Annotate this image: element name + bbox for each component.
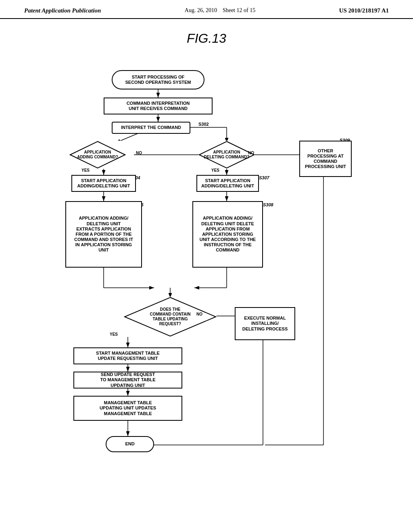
s308-label: S308 — [263, 202, 273, 208]
s311-node: EXECUTE NORMAL INSTALLING/ DELETING PROC… — [235, 307, 295, 340]
s310-node: DOES THE COMMAND CONTAIN TABLE UPDATING … — [124, 297, 217, 337]
main-content: FIG.13 — [0, 19, 413, 513]
s303-yes-label: YES — [81, 168, 90, 173]
start-node: START PROCESSING OF SECOND OPERATING SYS… — [112, 70, 204, 89]
fig-title: FIG.13 — [24, 31, 389, 46]
s310-no-label: NO — [196, 312, 202, 317]
s314-node: MANAGEMENT TABLE UPDATING UNIT UPDATES M… — [73, 396, 182, 421]
s306-yes-label: YES — [211, 168, 219, 173]
end-node: END — [106, 436, 154, 452]
s301-node: COMMAND INTERPRETATION UNIT RECEIVES COM… — [104, 98, 213, 114]
page-header: Patent Application Publication Aug. 26, … — [0, 0, 413, 19]
s307-label: S307 — [259, 175, 269, 181]
header-left: Patent Application Publication — [24, 7, 101, 14]
flowchart: START PROCESSING OF SECOND OPERATING SYS… — [41, 58, 372, 501]
s309-node: OTHER PROCESSING AT COMMAND PROCESSING U… — [299, 141, 352, 177]
s302-node: INTERPRET THE COMMAND — [112, 122, 190, 134]
s308-node: APPLICATION ADDING/ DELETING UNIT DELETE… — [192, 201, 263, 268]
header-center: Aug. 26, 2010 Sheet 12 of 15 — [185, 7, 255, 14]
header-right: US 2010/218197 A1 — [339, 7, 389, 14]
s305-node: APPLICATION ADDING/ DELETING UNIT EXTRAC… — [65, 201, 142, 268]
s303-node: APPLICATION ADDING COMMAND? — [69, 141, 126, 169]
s306-node: APPLICATION DELETING COMMAND? — [198, 141, 255, 169]
s310-yes-label: YES — [110, 332, 118, 337]
s307-node: START APPLICATION ADDING/DELETING UNIT — [196, 175, 259, 192]
s302-label: S302 — [198, 122, 209, 127]
s303-no-label: NO — [136, 151, 142, 156]
s312-node: START MANAGEMENT TABLE UPDATE REQUESTING… — [73, 347, 182, 364]
s313-node: SEND UPDATE REQUEST TO MANAGEMENT TABLE … — [73, 372, 182, 389]
s304-node: START APPLICATION ADDING/DELETING UNIT — [71, 175, 136, 192]
